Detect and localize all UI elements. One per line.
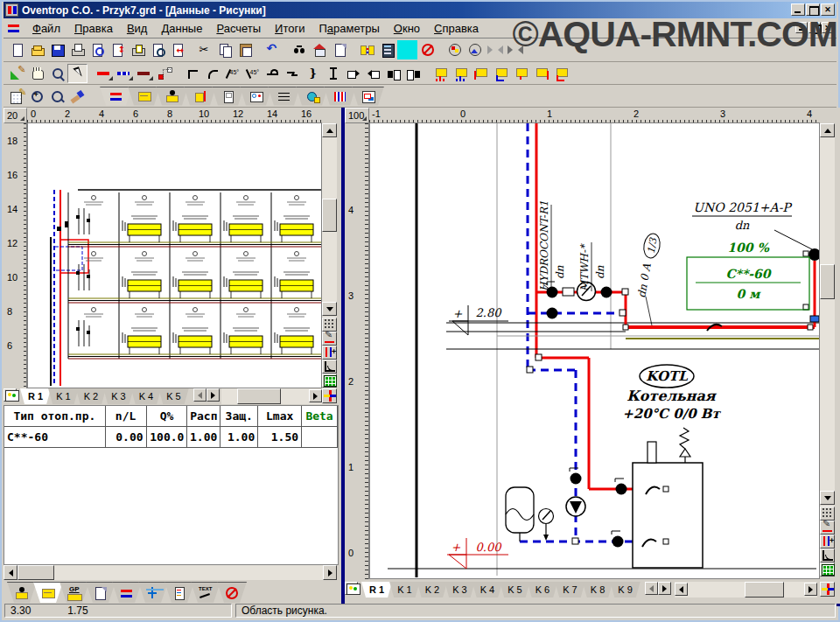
right-tabs-scrollbar[interactable] <box>675 582 817 598</box>
pencil-line-button[interactable] <box>820 521 835 535</box>
left-scroll-up-button[interactable] <box>322 123 337 137</box>
document-icon[interactable] <box>6 21 22 35</box>
tab-risers-tab[interactable] <box>184 87 216 106</box>
left-horizontal-scroll-thumb[interactable] <box>18 565 54 580</box>
tab-meters-tab[interactable] <box>240 87 272 106</box>
sheet-button[interactable] <box>330 40 350 59</box>
pencil-line-button[interactable] <box>322 332 337 346</box>
left-tabs-scroll-right[interactable] <box>309 389 322 402</box>
menu-Файл[interactable]: Файл <box>25 20 67 37</box>
tab-doors-tab[interactable] <box>212 87 244 106</box>
block-palette-tab[interactable] <box>217 582 247 603</box>
tee-button[interactable] <box>262 64 283 83</box>
left-drawing-canvas[interactable] <box>27 123 322 388</box>
radiator-bottom-blue-button[interactable] <box>451 64 471 83</box>
offset-button[interactable] <box>283 64 303 83</box>
tab-pipes-tab[interactable] <box>100 87 132 106</box>
sheet-tab-R1[interactable]: R 1 <box>20 388 51 404</box>
select-button[interactable] <box>67 64 88 83</box>
title-bar[interactable]: Oventrop C.O. - Przyk7.grd - [Данные - Р… <box>4 2 836 18</box>
left-scroll-down-button[interactable] <box>322 302 337 316</box>
line-blue-button[interactable] <box>115 64 135 83</box>
sheet-tab-K5[interactable]: K 5 <box>158 388 189 404</box>
sheet-tab-K8[interactable]: K 8 <box>583 582 613 598</box>
right-tabs-scroll-left[interactable] <box>675 583 688 596</box>
rb-plus-button[interactable] <box>820 535 835 549</box>
angle-45-right-button[interactable] <box>242 64 262 83</box>
angle-meas-button[interactable] <box>322 360 337 374</box>
right-tab-scroll-back[interactable] <box>645 582 658 595</box>
picture-button[interactable] <box>4 388 17 402</box>
column-header-Lmax[interactable]: Lmax <box>258 406 302 427</box>
zoom-document-button[interactable] <box>148 40 168 59</box>
copy-button[interactable] <box>215 40 235 59</box>
menu-Правка[interactable]: Правка <box>67 20 120 37</box>
radiator-red-2-button[interactable] <box>511 64 531 83</box>
save-file-button[interactable] <box>47 40 67 59</box>
calculator-button[interactable] <box>377 40 397 59</box>
sheet-tab-K2[interactable]: K 2 <box>417 582 448 598</box>
sheet-tab-K7[interactable]: K 7 <box>555 582 585 598</box>
plug-right-button[interactable] <box>403 64 424 83</box>
sheet-tab-K9[interactable]: K 9 <box>610 582 640 598</box>
new-file-button[interactable] <box>7 40 27 59</box>
tab-lines-tab[interactable] <box>268 87 300 106</box>
sheet-tab-K3[interactable]: K 3 <box>103 388 134 404</box>
left-scroll-left-button[interactable] <box>4 565 18 580</box>
tab-pipes-palette-tab[interactable] <box>112 582 142 603</box>
paste-button[interactable] <box>235 40 256 59</box>
block-button[interactable] <box>417 40 438 59</box>
column-header-n/L[interactable]: n/L <box>106 406 147 427</box>
page-setup-button[interactable] <box>108 40 128 59</box>
print-area-button[interactable] <box>128 40 148 59</box>
sheet-palette-tab[interactable] <box>86 582 116 603</box>
right-drawing-canvas[interactable]: HYDROCONT-R1 dn MTWH-* dn dn 0 A 1/3 UNO… <box>369 123 820 579</box>
tab-radiators-palette-tab[interactable] <box>33 582 63 603</box>
connect-pipes-alt-button[interactable] <box>397 40 417 59</box>
sheet-tab-K2[interactable]: K 2 <box>76 388 107 404</box>
zoom-out-button[interactable] <box>47 87 67 106</box>
print-preview-button[interactable] <box>88 40 108 59</box>
sprinkler-palette-tab[interactable] <box>138 582 168 603</box>
zoom-tool-button[interactable] <box>47 64 67 83</box>
home-button[interactable] <box>310 40 330 59</box>
angle-45-left-button[interactable] <box>222 64 242 83</box>
close-button[interactable] <box>821 3 835 16</box>
right-scroll-down-button[interactable] <box>820 491 835 505</box>
right-tabs-scroll-thumb[interactable] <box>745 582 784 598</box>
green-grid-button[interactable] <box>322 374 337 388</box>
left-tab-scroll-next[interactable] <box>206 388 220 402</box>
sheet-tab-K3[interactable]: K 3 <box>444 582 475 598</box>
left-tabs-scroll-thumb[interactable] <box>237 388 281 404</box>
tab-valves-tab[interactable] <box>156 87 188 106</box>
menu-Итоги[interactable]: Итоги <box>268 20 312 37</box>
right-tabs-scroll-right[interactable] <box>804 583 817 596</box>
line-red-button[interactable] <box>94 64 115 83</box>
zoom-in-button[interactable] <box>27 87 47 106</box>
tab-radiators-tab[interactable] <box>128 87 160 106</box>
sheet-tab-K5[interactable]: K 5 <box>500 582 530 598</box>
left-scroll-right-button[interactable] <box>323 565 337 580</box>
statistics-button[interactable] <box>444 40 465 59</box>
table-row[interactable]: C**-600.00100.01.001.001.50 <box>4 427 338 448</box>
tab-plan-tab[interactable] <box>352 87 384 106</box>
document-palette-tab[interactable] <box>164 582 194 603</box>
line-brown-button[interactable] <box>135 64 155 83</box>
radiator-corner-blue-button[interactable] <box>491 64 511 83</box>
edit-building-button[interactable] <box>7 87 27 106</box>
left-vertical-scroll-thumb[interactable] <box>322 199 337 232</box>
rb-plus-button[interactable] <box>322 346 337 360</box>
column-header-Расп[interactable]: Расп <box>187 406 220 427</box>
sheet-tab-K4[interactable]: K 4 <box>472 582 503 598</box>
flip-horizontal-button[interactable] <box>485 40 505 59</box>
cut-button[interactable] <box>195 40 215 59</box>
picture-button[interactable] <box>345 582 358 595</box>
radiator-bottom-red-button[interactable] <box>430 64 451 83</box>
gp-ruler-palette-tab[interactable] <box>60 582 89 603</box>
radiator-side-red-2-button[interactable] <box>531 64 551 83</box>
green-grid-button[interactable] <box>820 563 835 577</box>
elements-button[interactable] <box>465 40 485 59</box>
column-header-Q%[interactable]: Q% <box>147 406 188 427</box>
right-vertical-scrollbar[interactable] <box>820 123 835 506</box>
left-tabs-scrollbar[interactable] <box>221 388 322 404</box>
